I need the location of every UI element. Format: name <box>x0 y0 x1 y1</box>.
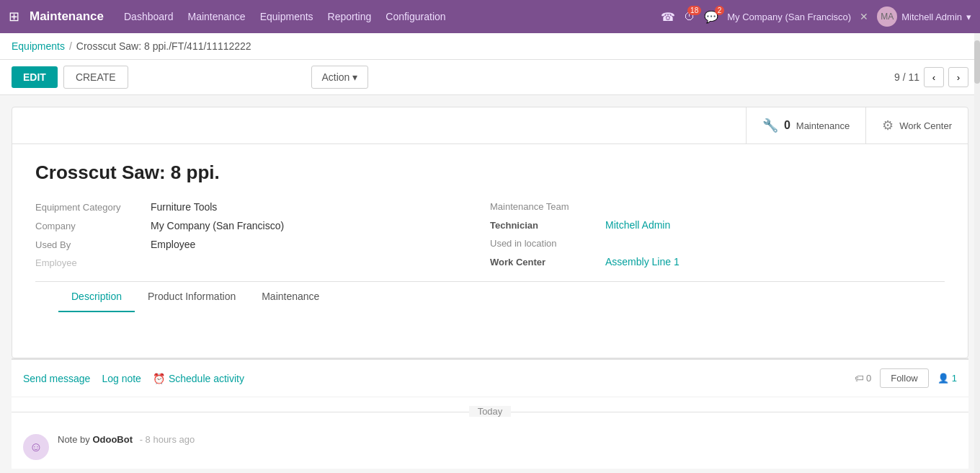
technician-value[interactable]: Mitchell Admin <box>605 219 670 231</box>
followers-icon: 👤 <box>937 373 949 384</box>
note-content: Note by OdooBot - 8 hours ago <box>58 434 957 445</box>
timeline-date: Today <box>12 397 968 425</box>
tab-maintenance[interactable]: Maintenance <box>249 282 332 312</box>
work-center-value[interactable]: Assembly Line 1 <box>605 256 680 268</box>
work-center-label: Work Center <box>490 257 605 268</box>
breadcrumb-separator: / <box>69 40 72 52</box>
phone-icon[interactable]: ☎ <box>661 10 675 24</box>
toolbar: EDIT CREATE Action ▾ 9 / 11 ‹ › <box>0 60 980 95</box>
chatter-right: 🏷 0 Follow 👤 1 <box>855 368 957 388</box>
note-item: ☺ Note by OdooBot - 8 hours ago <box>12 425 968 469</box>
breadcrumb-parent[interactable]: Equipments <box>12 40 65 52</box>
used-by-label: Used By <box>35 239 151 250</box>
note-avatar: ☺ <box>23 434 49 460</box>
nav-equipments[interactable]: Equipments <box>260 8 313 25</box>
followers-count: 1 <box>952 373 957 384</box>
record-title: Crosscut Saw: 8 ppi. <box>35 162 945 184</box>
pagination-count: 9 / 11 <box>894 71 919 83</box>
tag-icon: 🏷 <box>855 373 864 384</box>
note-prefix: Note by <box>58 434 92 445</box>
tab-description[interactable]: Description <box>58 282 135 312</box>
wrench-icon: 🔧 <box>762 118 778 133</box>
avatar-initials: MA <box>881 12 894 22</box>
record-body: Crosscut Saw: 8 ppi. Equipment Category … <box>12 144 968 358</box>
send-message-label: Send message <box>23 373 90 384</box>
breadcrumb: Equipments / Crosscut Saw: 8 ppi./FT/411… <box>0 33 980 60</box>
nav-right: ☎ ⏱ 18 💬 2 My Company (San Francisco) ✕ … <box>661 6 971 27</box>
maintenance-stat-button[interactable]: 🔧 0 Maintenance <box>746 107 865 143</box>
tag-count: 🏷 0 <box>855 373 871 384</box>
chat-icon[interactable]: 💬 2 <box>704 10 718 24</box>
company-label: Company <box>35 221 151 231</box>
tab-product-information[interactable]: Product Information <box>135 282 249 312</box>
tabs: Description Product Information Maintena… <box>35 281 945 311</box>
action-label: Action <box>322 71 350 83</box>
scroll-track <box>974 33 980 473</box>
user-name: Mitchell Admin <box>901 12 962 22</box>
tab-content <box>35 311 945 340</box>
schedule-activity-label: Schedule activity <box>169 373 244 384</box>
fields-right: Maintenance Team Technician Mitchell Adm… <box>490 201 945 275</box>
chat-badge: 2 <box>715 6 725 15</box>
nav-divider: ✕ <box>860 11 868 22</box>
breadcrumb-current: Crosscut Saw: 8 ppi./FT/411/11112222 <box>76 40 251 52</box>
equipment-category-value: Furniture Tools <box>151 201 217 213</box>
technician-label: Technician <box>490 220 605 231</box>
used-by-value: Employee <box>151 239 195 250</box>
fields-left: Equipment Category Furniture Tools Compa… <box>35 201 490 275</box>
maintenance-team-label: Maintenance Team <box>490 201 605 212</box>
note-avatar-icon: ☺ <box>30 440 43 455</box>
company-selector[interactable]: My Company (San Francisco) <box>727 12 851 22</box>
chatter-actions: Send message Log note ⏰ Schedule activit… <box>12 360 968 397</box>
company-value: My Company (San Francisco) <box>151 220 284 231</box>
page-scroll: Equipments / Crosscut Saw: 8 ppi./FT/411… <box>0 33 980 473</box>
action-chevron-icon: ▾ <box>352 71 357 83</box>
field-maintenance-team: Maintenance Team <box>490 201 945 212</box>
grid-icon[interactable]: ⊞ <box>9 9 19 25</box>
create-button[interactable]: CREATE <box>63 66 128 89</box>
record-header-stats: 🔧 0 Maintenance ⚙ Work Center <box>12 107 968 144</box>
fields-grid: Equipment Category Furniture Tools Compa… <box>35 201 945 275</box>
user-menu[interactable]: MA Mitchell Admin ▾ <box>877 6 971 27</box>
equipment-category-label: Equipment Category <box>35 202 151 213</box>
log-note-button[interactable]: Log note <box>102 373 141 384</box>
timer-icon[interactable]: ⏱ 18 <box>684 10 695 23</box>
pagination: 9 / 11 ‹ › <box>894 67 968 87</box>
maintenance-count: 0 <box>784 119 790 132</box>
field-company: Company My Company (San Francisco) <box>35 220 490 231</box>
follow-button[interactable]: Follow <box>880 368 929 388</box>
note-header: Note by OdooBot - 8 hours ago <box>58 434 957 445</box>
send-message-button[interactable]: Send message <box>23 373 90 384</box>
main-content: 🔧 0 Maintenance ⚙ Work Center Crosscut S… <box>0 95 980 473</box>
followers-button[interactable]: 👤 1 <box>937 373 957 384</box>
schedule-icon: ⏰ <box>153 373 165 384</box>
maintenance-label: Maintenance <box>796 120 850 131</box>
next-button[interactable]: › <box>948 67 968 87</box>
workcenter-label: Work Center <box>899 120 952 131</box>
used-in-location-label: Used in location <box>490 238 605 249</box>
timeline-date-label: Today <box>469 406 512 417</box>
nav-maintenance[interactable]: Maintenance <box>187 8 245 25</box>
gear-icon: ⚙ <box>882 118 894 133</box>
nav-reporting[interactable]: Reporting <box>328 8 372 25</box>
field-employee: Employee <box>35 257 490 268</box>
field-equipment-category: Equipment Category Furniture Tools <box>35 201 490 213</box>
note-time: - 8 hours ago <box>137 434 195 445</box>
timer-badge: 18 <box>687 6 701 15</box>
schedule-activity-button[interactable]: ⏰ Schedule activity <box>153 373 244 384</box>
note-author: OdooBot <box>92 434 133 445</box>
top-navigation: ⊞ Maintenance Dashboard Maintenance Equi… <box>0 0 980 33</box>
nav-configuration[interactable]: Configuration <box>386 8 445 25</box>
nav-dashboard[interactable]: Dashboard <box>124 8 174 25</box>
scroll-thumb[interactable] <box>974 40 980 84</box>
prev-button[interactable]: ‹ <box>924 67 944 87</box>
app-title: Maintenance <box>30 9 104 24</box>
employee-label: Employee <box>35 257 151 268</box>
workcenter-stat-button[interactable]: ⚙ Work Center <box>865 107 968 143</box>
avatar: MA <box>877 6 897 27</box>
action-button[interactable]: Action ▾ <box>311 66 369 89</box>
nav-links: Dashboard Maintenance Equipments Reporti… <box>124 8 661 25</box>
field-work-center: Work Center Assembly Line 1 <box>490 256 945 268</box>
edit-button[interactable]: EDIT <box>12 66 58 88</box>
log-note-label: Log note <box>102 373 141 384</box>
